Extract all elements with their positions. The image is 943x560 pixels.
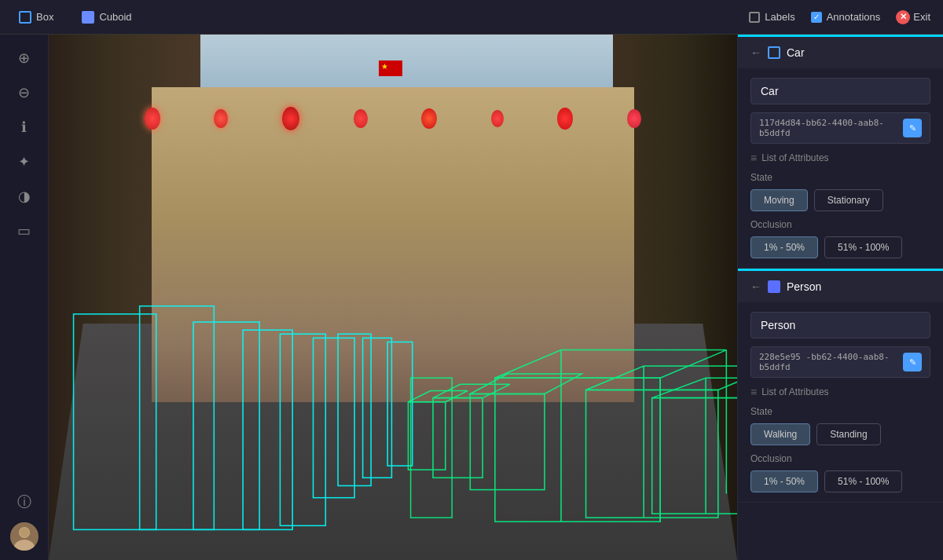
car-edit-button[interactable]: ✎ (903, 119, 922, 137)
labels-toggle[interactable]: Labels (749, 11, 794, 23)
person-attributes-header: ≡ List of Attributes (750, 386, 930, 398)
car-state-stationary-button[interactable]: Stationary (814, 189, 883, 211)
person-attributes-label: List of Attributes (761, 386, 828, 397)
left-sidebar: ⊕ ⊖ ℹ ✦ ◑ ▭ ⓘ (0, 35, 49, 560)
svg-rect-7 (243, 330, 292, 529)
car-card-title: Car (787, 46, 805, 59)
svg-rect-9 (314, 338, 355, 497)
zoom-out-icon[interactable]: ⊖ (10, 79, 39, 107)
car-card-body: 117d4d84-bb62-4400-aab8-b5ddfd ✎ ≡ List … (738, 68, 943, 268)
person-state-label: State (750, 406, 930, 417)
car-state-label: State (750, 172, 930, 183)
svg-rect-6 (193, 322, 259, 529)
svg-rect-26 (470, 394, 545, 490)
person-occlusion-low-button[interactable]: 1% - 50% (750, 470, 818, 492)
person-id-row: 228e5e95 -bb62-4400-aab8-b5ddfd ✎ (750, 346, 930, 378)
exit-label: Exit (913, 11, 930, 23)
exit-button[interactable]: ✕ Exit (896, 10, 930, 24)
person-label-input[interactable] (750, 312, 930, 339)
person-state-walking-button[interactable]: Walking (750, 423, 810, 445)
canvas-area[interactable]: ★ (49, 35, 737, 560)
person-back-button[interactable]: ← (750, 280, 761, 293)
car-annotation-card: ← Car 117d4d84-bb62-4400-aab8-b5ddfd ✎ ≡… (738, 35, 943, 269)
annotation-overlay (49, 35, 737, 560)
person-state-standing-button[interactable]: Standing (816, 423, 880, 445)
car-occlusion-high-button[interactable]: 51% - 100% (824, 236, 902, 258)
scene-composite: ★ (49, 35, 737, 560)
person-state-buttons: Walking Standing (750, 423, 930, 445)
toolbar-right: Labels Annotations ✕ Exit (749, 10, 930, 24)
person-occlusion-label: Occlusion (750, 453, 930, 464)
avatar-image (10, 522, 39, 551)
cuboid-icon (82, 11, 94, 24)
labels-checkbox[interactable] (749, 12, 760, 23)
car-attributes-header: ≡ List of Attributes (750, 152, 930, 164)
svg-marker-31 (408, 390, 468, 401)
box-icon (19, 11, 31, 24)
info-icon[interactable]: ℹ (10, 113, 39, 141)
svg-point-3 (20, 528, 29, 537)
car-occlusion-label: Occlusion (750, 219, 930, 230)
main-area: ⊕ ⊖ ℹ ✦ ◑ ▭ ⓘ (0, 35, 943, 560)
svg-rect-30 (408, 402, 445, 470)
car-id-row: 117d4d84-bb62-4400-aab8-b5ddfd ✎ (750, 112, 930, 144)
car-back-button[interactable]: ← (750, 46, 761, 59)
svg-rect-28 (433, 398, 483, 478)
person-card-title: Person (787, 280, 821, 293)
person-card-body: 228e5e95 -bb62-4400-aab8-b5ddfd ✎ ≡ List… (738, 302, 943, 502)
car-id-text: 117d4d84-bb62-4400-aab8-b5ddfd (759, 118, 898, 138)
box-tool-button[interactable]: Box (13, 8, 60, 27)
annotations-toggle[interactable]: Annotations (811, 11, 881, 23)
person-occlusion-buttons: 1% - 50% 51% - 100% (750, 470, 930, 492)
sun-icon[interactable]: ✦ (10, 148, 39, 176)
car-occlusion-buttons: 1% - 50% 51% - 100% (750, 236, 930, 258)
list-icon-2: ≡ (750, 386, 757, 398)
car-state-buttons: Moving Stationary (750, 189, 930, 211)
car-box-icon (768, 46, 780, 59)
right-panel: ← Car 117d4d84-bb62-4400-aab8-b5ddfd ✎ ≡… (737, 35, 943, 560)
svg-rect-5 (140, 306, 215, 530)
contrast-icon[interactable]: ◑ (10, 182, 39, 210)
labels-label: Labels (765, 11, 794, 23)
person-box-icon (768, 280, 780, 293)
person-card-header: ← Person (738, 271, 943, 302)
svg-rect-8 (280, 334, 325, 525)
cuboid-tool-button[interactable]: Cuboid (75, 8, 138, 27)
car-card-header: ← Car (738, 37, 943, 68)
list-icon: ≡ (750, 152, 757, 164)
svg-rect-4 (74, 314, 156, 530)
car-label-input[interactable] (750, 78, 930, 104)
toolbar: Box Cuboid Labels Annotations ✕ Exit (0, 0, 943, 35)
person-occlusion-section: Occlusion 1% - 50% 51% - 100% (750, 453, 930, 492)
car-attributes-label: List of Attributes (761, 152, 828, 163)
zoom-in-icon[interactable]: ⊕ (10, 44, 39, 72)
person-state-section: State Walking Standing (750, 406, 930, 445)
annotations-checkbox[interactable] (811, 12, 822, 23)
person-annotation-card: ← Person 228e5e95 -bb62-4400-aab8-b5ddfd… (738, 269, 943, 503)
person-id-text: 228e5e95 -bb62-4400-aab8-b5ddfd (759, 352, 898, 372)
exit-icon: ✕ (896, 10, 910, 24)
svg-rect-22 (652, 398, 737, 514)
screen-icon[interactable]: ▭ (10, 217, 39, 245)
person-occlusion-high-button[interactable]: 51% - 100% (824, 470, 902, 492)
help-icon[interactable]: ⓘ (10, 488, 39, 516)
avatar[interactable] (10, 522, 39, 551)
box-tool-label: Box (36, 11, 53, 23)
cuboid-tool-label: Cuboid (99, 11, 131, 23)
car-state-section: State Moving Stationary (750, 172, 930, 211)
annotations-label: Annotations (827, 11, 881, 23)
person-edit-button[interactable]: ✎ (903, 353, 922, 372)
car-state-moving-button[interactable]: Moving (750, 189, 808, 211)
car-occlusion-low-button[interactable]: 1% - 50% (750, 236, 818, 258)
car-occlusion-section: Occlusion 1% - 50% 51% - 100% (750, 219, 930, 258)
svg-rect-13 (495, 378, 660, 522)
